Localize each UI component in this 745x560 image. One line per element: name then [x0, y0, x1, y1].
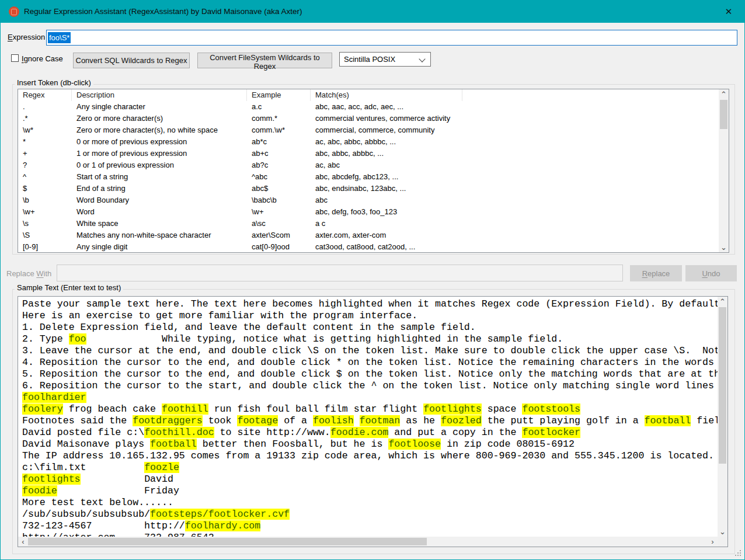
token-cell-matches: commercial ventures, commerce activity	[311, 113, 462, 124]
token-cell-filler	[462, 241, 719, 253]
regex-match-highlight: football	[150, 439, 197, 450]
token-cell-filler	[462, 183, 719, 194]
sample-text-segment: http://axter.com 732.987.6542	[22, 532, 214, 537]
sample-text-area[interactable]: Paste your sample text here. The text he…	[18, 296, 728, 547]
regex-match-highlight: footdraggers	[133, 415, 203, 426]
sample-line: 2. Type foo While typing, notice what is…	[22, 333, 718, 345]
token-table-header: Regex Description Example Match(es)	[18, 89, 719, 101]
scroll-right-icon[interactable]: ›	[708, 537, 718, 547]
regex-match-highlight: footloose	[388, 439, 441, 450]
scroll-down-icon[interactable]: ⌄	[719, 242, 729, 252]
insert-token-group-label: Insert Token (db-click)	[15, 78, 93, 88]
regex-syntax-select[interactable]: Scintilla POSIX	[339, 52, 431, 67]
token-cell-matches: a c	[311, 218, 462, 229]
token-list[interactable]: Regex Description Example Match(es) .Any…	[18, 89, 729, 253]
token-cell-regex: \S	[18, 229, 72, 241]
token-cell-example: ^abc	[247, 171, 311, 183]
table-row[interactable]: \w+Word\w+abc, defg, foo3, foo_123	[18, 206, 719, 218]
token-cell-regex: $	[18, 183, 72, 194]
sample-vertical-scrollbar[interactable]: ⌃ ⌄	[718, 297, 727, 537]
sample-text-segment: 5. Reposition the cursor to the end, and…	[22, 368, 718, 380]
sample-lines[interactable]: Paste your sample text here. The text he…	[18, 297, 718, 537]
sample-line: David posted file c:\foothill.doc to sit…	[22, 427, 718, 439]
regex-syntax-value: Scintilla POSIX	[344, 55, 395, 64]
close-icon[interactable]: ✕	[719, 1, 739, 23]
table-row[interactable]: \SMatches any non-white-space charactera…	[18, 229, 719, 241]
replace-button: Replace	[630, 265, 682, 281]
scroll-up-icon[interactable]: ⌃	[718, 297, 727, 307]
sample-text-segment: 2. Type	[22, 333, 69, 345]
token-cell-regex: \s	[18, 218, 72, 229]
token-cell-example: ab?c	[247, 159, 311, 171]
table-row[interactable]: *0 or more of previous expressionab*cac,…	[18, 136, 719, 148]
sample-line: More test text below......	[22, 497, 718, 509]
token-cell-regex: .	[18, 101, 72, 113]
sample-text-segment: Footnotes said the	[22, 415, 133, 426]
ignore-case-checkbox[interactable]	[11, 54, 19, 62]
token-cell-description: Matches any non-white-space character	[72, 229, 247, 241]
titlebar[interactable]: Regular Expression Assistant (RegexAssis…	[1, 1, 744, 23]
column-header-regex[interactable]: Regex	[18, 89, 72, 101]
expression-input[interactable]: foo\S*	[46, 30, 737, 46]
token-cell-filler	[462, 124, 719, 136]
token-cell-example: ab+c	[247, 148, 311, 159]
token-cell-description: White space	[72, 218, 247, 229]
scroll-up-icon[interactable]: ⌃	[719, 89, 729, 99]
column-header-description[interactable]: Description	[72, 89, 247, 101]
column-header-example[interactable]: Example	[247, 89, 311, 101]
resize-grip-icon[interactable]	[735, 550, 736, 551]
regex-match-highlight: foodie.com	[330, 427, 389, 438]
table-row[interactable]: .Any single charactera.cabc, aac, acc, a…	[18, 101, 719, 113]
table-row[interactable]: \bWord Boundary\babc\babc	[18, 194, 719, 206]
token-cell-matches: abc	[311, 194, 462, 206]
scrollbar-thumb[interactable]	[719, 307, 726, 464]
table-row[interactable]: .*Zero or more character(s)comm.*commerc…	[18, 113, 719, 124]
token-cell-matches: ac, abc, abbc, abbbc, ...	[311, 136, 462, 148]
regex-match-highlight: foozle	[144, 462, 179, 473]
regex-match-highlight: footage	[237, 415, 278, 426]
replace-with-label: Replace With	[6, 269, 51, 278]
scroll-left-icon[interactable]: ‹	[18, 537, 28, 547]
column-header-filler	[462, 89, 719, 101]
column-header-matches[interactable]: Match(es)	[311, 89, 462, 101]
sample-line: Paste your sample text here. The text he…	[22, 298, 718, 310]
sample-line: 4. Reposition the cursor to the end, and…	[22, 357, 718, 368]
token-list-scrollbar[interactable]: ⌃ ⌄	[719, 89, 729, 252]
sample-horizontal-scrollbar[interactable]: ‹ ›	[18, 537, 718, 547]
token-cell-matches: axter.com, axter-com	[311, 229, 462, 241]
token-cell-example: a\sc	[247, 218, 311, 229]
token-cell-filler	[462, 148, 719, 159]
scrollbar-thumb[interactable]	[720, 100, 727, 129]
token-cell-example: \w+	[247, 206, 311, 218]
convert-sql-wildcards-button[interactable]: Convert SQL Wildcards to Regex	[73, 53, 190, 68]
table-row[interactable]: +1 or more of previous expressionab+cabc…	[18, 148, 719, 159]
window-title: Regular Expression Assistant (RegexAssis…	[24, 1, 302, 23]
scroll-down-icon[interactable]: ⌄	[718, 527, 727, 537]
scrollbar-thumb[interactable]	[28, 538, 427, 545]
convert-filesystem-wildcards-button[interactable]: Convert FileSystem Wildcards to Regex	[197, 53, 332, 68]
sample-line: Here is an exercise to get more familiar…	[22, 310, 718, 322]
regex-match-highlight: footlights	[423, 404, 482, 415]
token-cell-description: 0 or more of previous expression	[72, 136, 247, 148]
token-cell-regex: +	[18, 148, 72, 159]
sample-line: The IP address 10.165.132.95 comes from …	[22, 450, 718, 462]
scrollbar-corner	[718, 537, 727, 547]
table-row[interactable]: ?0 or 1 of previous expressionab?cac, ab…	[18, 159, 719, 171]
table-row[interactable]: $End of a stringabc$abc, endsinabc, 123a…	[18, 183, 719, 194]
sample-text-segment: /sub/subsub/subsubsub/	[22, 509, 150, 520]
replace-with-input[interactable]	[57, 265, 623, 281]
token-cell-filler	[462, 218, 719, 229]
table-row[interactable]: \w*Zero or more character(s), no white s…	[18, 124, 719, 136]
ignore-case-label[interactable]: Ignore Case	[22, 54, 63, 63]
sample-text-segment: Here is an exercise to get more familiar…	[22, 310, 417, 321]
token-cell-matches: abc, abbc, abbbc, ...	[311, 148, 462, 159]
table-row[interactable]: ^Start of a string^abcabc, abcdefg, abc1…	[18, 171, 719, 183]
regex-match-highlight: foolery	[22, 404, 63, 415]
table-row[interactable]: [0-9]Any single digitcat[0-9]oodcat3ood,…	[18, 241, 719, 253]
sample-line: 6. Reposition the cursor to the start, a…	[22, 380, 718, 392]
chevron-down-icon	[419, 55, 425, 62]
token-cell-description: End of a string	[72, 183, 247, 194]
token-cell-regex: ^	[18, 171, 72, 183]
sample-line: 1. Delete Expression field, and leave th…	[22, 322, 718, 333]
table-row[interactable]: \sWhite spacea\sca c	[18, 218, 719, 229]
